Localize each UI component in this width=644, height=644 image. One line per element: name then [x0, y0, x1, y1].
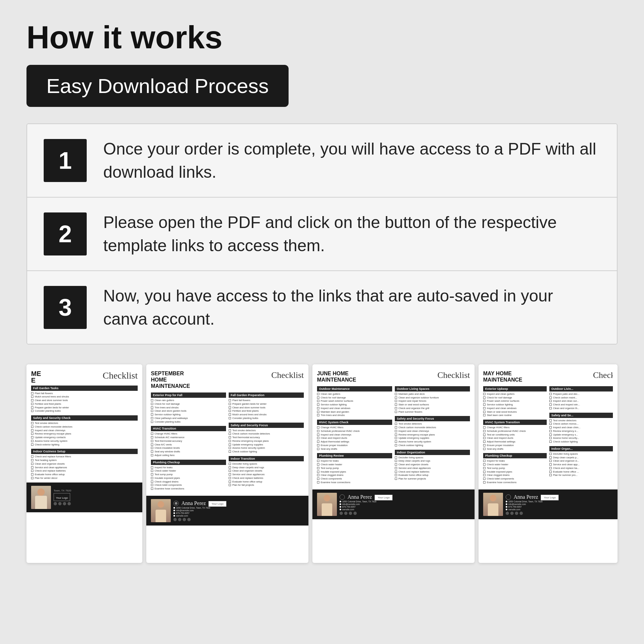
- card-item: Inspect for leaks: [483, 459, 547, 463]
- card-item: Check outdoor lighting: [229, 450, 304, 453]
- card3-website: ownsite.com: [340, 508, 470, 511]
- card2-checklist-label: Checklist: [271, 370, 304, 380]
- card-item: Clear A/C vents: [151, 443, 226, 446]
- social-icon: [187, 518, 191, 521]
- card-item: Test sump pump: [151, 473, 226, 476]
- card-item: Test smoke detectors: [395, 422, 470, 426]
- card-item: Change HVAC filters: [151, 432, 226, 436]
- card-item: Clean and inspect ducts: [483, 437, 547, 440]
- social-icon: [178, 518, 181, 521]
- card-item: Fertilize and feed plants: [31, 402, 138, 406]
- card-item: Service and clean app...: [549, 463, 613, 466]
- card-item: Check and inspect win...: [549, 403, 613, 406]
- card-item: Adjust ceiling fans: [151, 454, 226, 457]
- card-item: Schedule A/C maintenance: [151, 436, 226, 439]
- card-item: Check toilet components: [483, 477, 547, 481]
- card-item: Service outdoor lighting: [483, 403, 547, 406]
- card-item: Clean and organize closets: [31, 462, 138, 466]
- card-item: Check insulation levels: [151, 446, 226, 450]
- card-item: Mulch around trees and shrubs: [31, 395, 138, 398]
- flower-icon-4: [506, 494, 511, 500]
- card4-sr1-title: Outdoor Livin...: [549, 386, 613, 391]
- social-icon: [349, 512, 352, 515]
- card-item: Ensure proper insulation: [483, 444, 547, 447]
- card4-sr2-title: Safety and Se...: [549, 413, 613, 418]
- card-item: Clear clogged drains: [483, 474, 547, 477]
- step-3: 3 Now, you have access to the links that…: [27, 271, 617, 344]
- card-item: Clean rain gutters: [151, 399, 226, 402]
- card-item: Plan for summer pro...: [549, 474, 613, 477]
- card2-s1-title: Exterior Prep for Fall: [151, 392, 226, 398]
- card3-logo-box: Your Logo: [375, 495, 392, 500]
- card-item: Service outdoor lighting: [151, 413, 226, 416]
- card4-email: info@ownsite.com: [506, 503, 613, 505]
- card1-section3-title: Indoor Coziness Setup: [31, 449, 138, 454]
- card-item: Examine hose connections: [317, 481, 392, 484]
- card-item: Test heating system: [31, 459, 138, 462]
- card-item: Insulate exposed pipes: [317, 470, 392, 474]
- card3-sr3-title: Indoor Organization: [395, 450, 470, 455]
- social-icon: [353, 512, 357, 515]
- card-item: Clean and organize outdoor furniture: [395, 396, 470, 399]
- card4-website: ownsite.com: [506, 508, 613, 511]
- card-item: Test smoke detectors: [31, 422, 138, 425]
- card-item: Evaluate home office setup: [229, 480, 304, 483]
- card-item: Test sump pump: [483, 467, 547, 470]
- card-item: Test smoke detectors: [229, 429, 304, 432]
- card-item: Test air conditioning units: [483, 433, 547, 437]
- card-item: Maintain lawn and garden: [317, 410, 392, 414]
- card-item: Check for roof damage: [317, 396, 392, 399]
- card-item: Check clogged drains: [151, 480, 226, 483]
- card-item: Clean and organize th...: [549, 407, 613, 410]
- card1-address: Town, TX 7920: [54, 489, 138, 492]
- card-item: Plant fall flowers: [229, 399, 304, 402]
- card-item: Declutter living spaces: [229, 462, 304, 466]
- card-item: Update emergency contacts: [31, 436, 138, 439]
- card2-month-line3: MAINTENANCE: [151, 383, 190, 389]
- card2-logo-script: Anna Perez: [181, 500, 206, 506]
- card1-checklist-label: Checklist: [103, 370, 138, 381]
- card-item: Ensure proper insulation: [317, 444, 392, 447]
- card-item: Maintain patio and deck: [395, 392, 470, 396]
- card-item: Update emergency s...: [549, 433, 613, 437]
- card-item: Service outdoor lighting: [317, 403, 392, 406]
- card-item: Power wash exterior surfaces: [317, 399, 392, 403]
- card-item: Check for roof damage: [151, 402, 226, 406]
- card-item: Update emergency supplies: [229, 443, 304, 446]
- card-item: Seal any drafts: [483, 447, 547, 451]
- card-item: Prepare garden beds for winter: [229, 402, 304, 406]
- card1-section2-title: Safety and Security Check: [31, 415, 138, 421]
- card-item: Assess home security system: [31, 439, 138, 443]
- steps-container: 1 Once your order is complete, you will …: [26, 123, 618, 345]
- card-item: Schedule professional HVAC check: [317, 430, 392, 433]
- step-text-1: Once your order is complete, you will ha…: [103, 137, 600, 184]
- card-item: Prepare garden beds for winter: [31, 406, 138, 409]
- card-item: Assess home security system: [395, 440, 470, 443]
- step-1: 1 Once your order is complete, you will …: [27, 124, 617, 198]
- card-item: Plan for fall projects: [229, 483, 304, 487]
- card4-checklist-label: Checklist: [593, 370, 613, 380]
- card-item: Power wash exterior surfaces: [483, 399, 547, 403]
- card-item: Check carbon monoxide detectors: [395, 426, 470, 429]
- card2-month-line1: SEPTEMBER: [151, 370, 190, 377]
- card-item: Plan for summer projects: [395, 477, 470, 481]
- card-item: Consider planting bulbs: [229, 417, 304, 420]
- card-item: Check carbon monox...: [549, 422, 613, 426]
- card-item: Inspect and clean chim...: [549, 426, 613, 429]
- step-text-2: Please open the PDF and click on the but…: [103, 211, 600, 257]
- card-item: Deep clean carpets p...: [549, 456, 613, 459]
- card-item: Review emergency escape plans: [395, 433, 470, 437]
- card-item: Trim trees and shrubs: [151, 406, 226, 409]
- flower-icon-3: [340, 494, 345, 500]
- card3-checklist-label: Checklist: [437, 370, 470, 380]
- card4-phone: 879-759-9057: [506, 506, 613, 508]
- step-number-2: 2: [44, 212, 87, 255]
- subtitle-text: Easy Download Process: [46, 74, 269, 97]
- card-item: Review emergency e...: [549, 430, 613, 433]
- card-item: Check carbon monoxide detectors: [229, 432, 304, 436]
- card-item: Examine hose connections: [483, 481, 547, 484]
- card-item: Check and replace batteries: [229, 477, 304, 480]
- card-item: Clean and organize cl...: [549, 459, 613, 463]
- card-item: Evaluate home office setup: [395, 474, 470, 477]
- card2-address: 1850 Colonial Drive, Town, TX 7920: [173, 507, 304, 509]
